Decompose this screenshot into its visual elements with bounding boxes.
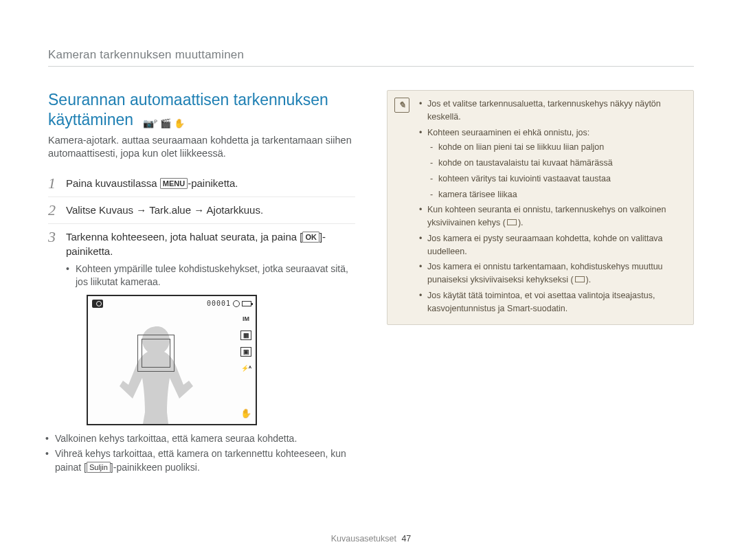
- step-text-pre: Paina kuvaustilassa: [66, 177, 160, 189]
- section-title-line1: Seurannan automaattisen tarkennuksen: [48, 90, 355, 110]
- step-text-post: -painiketta.: [188, 177, 238, 189]
- lcd-metering-icon: ▣: [240, 347, 251, 357]
- step-body: Paina kuvaustilassa MENU-painiketta.: [66, 176, 238, 190]
- camera-mode-icon: [92, 300, 103, 308]
- note-item-post: ).: [518, 218, 524, 227]
- step-body: Tarkenna kohteeseen, jota haluat seurata…: [66, 229, 355, 477]
- note-item-pre: Kun kohteen seuranta ei onnistu, tarkenn…: [427, 205, 666, 227]
- section-title: Seurannan automaattisen tarkennuksen käy…: [48, 90, 355, 130]
- note-sub-item: kamera tärisee liikaa: [430, 188, 684, 201]
- lcd-top-right: 00001: [207, 299, 251, 309]
- breadcrumb: Kameran tarkennuksen muuttaminen: [48, 48, 694, 67]
- lcd-quality-icon: ▦: [240, 331, 251, 340]
- after-lcd-item: Valkoinen kehys tarkoittaa, että kamera …: [45, 432, 355, 446]
- shot-counter: 00001: [207, 299, 231, 309]
- mode-icons: 📷ᴾ 🎬 ✋: [143, 118, 185, 129]
- section-intro: Kamera-ajotark. auttaa seuraamaan kohdet…: [48, 134, 355, 161]
- lcd-topbar: 00001: [92, 299, 251, 309]
- note-item-pre: Jos kamera ei onnistu tarkentamaan, kohd…: [427, 262, 663, 284]
- lcd-top-left: [92, 299, 103, 309]
- after-lcd-item: Vihreä kehys tarkoittaa, että kamera on …: [45, 447, 355, 474]
- footer-page-number: 47: [401, 534, 411, 544]
- ok-button-inline: OK: [302, 232, 319, 243]
- flash-auto-icon: ⚡ᴬ: [240, 363, 251, 373]
- steps-list: 1 Paina kuvaustilassa MENU-painiketta. 2…: [48, 170, 355, 482]
- step-number: 2: [48, 203, 59, 218]
- note-item-text: Kohteen seuraaminen ei ehkä onnistu, jos…: [427, 128, 589, 137]
- tracking-frame-inner: [142, 339, 170, 368]
- section-title-line2: käyttäminen: [48, 111, 133, 128]
- storage-icon: [233, 300, 240, 307]
- section-title-line2-row: käyttäminen 📷ᴾ 🎬 ✋: [48, 110, 355, 130]
- after-lcd-bullets: Valkoinen kehys tarkoittaa, että kamera …: [45, 432, 355, 475]
- page: Kameran tarkennuksen muuttaminen Seurann…: [0, 0, 742, 560]
- note-list: Jos et valitse tarkennusaluetta, tarkenn…: [419, 98, 684, 315]
- footer-label: Kuvausasetukset: [331, 534, 396, 544]
- note-sub-item: kohde on taustavalaistu tai kuvaat hämär…: [430, 157, 684, 170]
- note-item: Jos et valitse tarkennusaluetta, tarkenn…: [419, 98, 684, 124]
- step-1: 1 Paina kuvaustilassa MENU-painiketta.: [48, 170, 355, 197]
- step-number: 1: [48, 176, 59, 191]
- step-3-subbullets: Kohteen ympärille tulee kohdistuskehykse…: [66, 262, 355, 289]
- step-2: 2 Valitse Kuvaus → Tark.alue → Ajotarkku…: [48, 197, 355, 223]
- note-item: Jos kamera ei pysty seuraamaan kohdetta,…: [419, 232, 684, 258]
- step-text-post: .: [260, 204, 263, 216]
- shutter-inline: Suljin: [87, 462, 111, 473]
- mode-icon-camera: 📷ᴾ: [143, 118, 157, 129]
- lcd-side-icons: IM ▦ ▣ ⚡ᴬ: [240, 314, 251, 373]
- note-box: ✎ Jos et valitse tarkennusaluetta, tarke…: [387, 90, 694, 325]
- note-icon: ✎: [394, 98, 409, 113]
- note-item: Jos käytät tätä toimintoa, et voi asetta…: [419, 289, 684, 315]
- content-columns: Seurannan automaattisen tarkennuksen käy…: [48, 90, 694, 482]
- tracking-frame: [137, 335, 175, 372]
- step-3-sub-item: Kohteen ympärille tulee kohdistuskehykse…: [66, 262, 355, 289]
- note-item: Kohteen seuraaminen ei ehkä onnistu, jos…: [419, 126, 684, 201]
- step-text-pre: Valitse: [66, 204, 99, 216]
- after-lcd-post: ]-painikkeen puoliksi.: [111, 462, 200, 473]
- left-column: Seurannan automaattisen tarkennuksen käy…: [48, 90, 355, 482]
- note-sub-item: kohde on liian pieni tai se liikkuu liia…: [430, 141, 684, 154]
- step-text-pre: Tarkenna kohteeseen, jota haluat seurata…: [66, 231, 302, 243]
- mode-icon-scene: 🎬: [160, 118, 171, 129]
- note-item-post: ).: [586, 275, 592, 284]
- handshake-icon: ✋: [240, 407, 251, 420]
- note-item: Kun kohteen seuranta ei onnistu, tarkenn…: [419, 203, 684, 229]
- mode-icon-dual: ✋: [174, 118, 185, 129]
- step-menu-path: Kuvaus → Tark.alue → Ajotarkkuus: [99, 204, 260, 216]
- note-item: Jos kamera ei onnistu tarkentamaan, kohd…: [419, 260, 684, 287]
- step-body: Valitse Kuvaus → Tark.alue → Ajotarkkuus…: [66, 203, 263, 217]
- camera-lcd-illustration: 00001 IM ▦ ▣ ⚡ᴬ: [87, 295, 257, 425]
- page-footer: Kuvausasetukset 47: [0, 534, 742, 544]
- menu-button-inline: MENU: [160, 178, 188, 189]
- frame-rect-icon: [575, 276, 585, 282]
- step-3: 3 Tarkenna kohteeseen, jota haluat seura…: [48, 223, 355, 482]
- right-column: ✎ Jos et valitse tarkennusaluetta, tarke…: [387, 90, 694, 482]
- battery-icon: [242, 301, 251, 306]
- frame-rect-icon: [507, 219, 517, 225]
- note-sub-item: kohteen väritys tai kuviointi vastaavat …: [430, 172, 684, 186]
- step-number: 3: [48, 229, 59, 245]
- lcd-size-icon: IM: [240, 314, 251, 324]
- note-sublist: kohde on liian pieni tai se liikkuu liia…: [430, 141, 684, 201]
